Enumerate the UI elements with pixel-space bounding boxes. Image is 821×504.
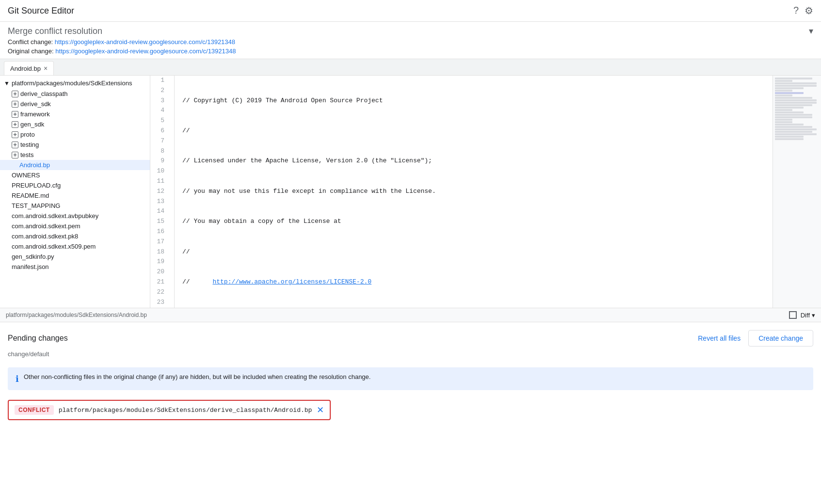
- diff-dropdown-icon: ▾: [812, 312, 815, 319]
- tree-file-manifest[interactable]: manifest.json: [0, 262, 150, 272]
- minimap-line: [775, 116, 812, 118]
- top-bar: Git Source Editor ? ⚙: [0, 0, 821, 22]
- file-tree: ▼ platform/packages/modules/SdkExtension…: [0, 76, 150, 308]
- create-change-button[interactable]: Create change: [748, 330, 813, 346]
- tree-file-label: Android.bp: [19, 161, 50, 169]
- help-icon[interactable]: ?: [793, 5, 799, 16]
- minimap-line: [775, 109, 792, 111]
- conflict-section: CONFLICT platform/packages/modules/SdkEx…: [0, 396, 821, 424]
- tree-file-label: PREUPLOAD.cfg: [12, 182, 61, 189]
- diff-checkbox[interactable]: [789, 311, 797, 319]
- tree-file-label: OWNERS: [12, 172, 40, 179]
- line-numbers: 12345 678910 1112131415 1617181920 21222…: [150, 76, 175, 308]
- minimap: [773, 76, 821, 308]
- tree-file-preupload[interactable]: PREUPLOAD.cfg: [0, 180, 150, 190]
- settings-icon[interactable]: ⚙: [805, 5, 813, 16]
- minimap-line: [775, 107, 804, 109]
- tree-file-label: com.android.sdkext.pem: [12, 222, 80, 230]
- merge-conflict-header: Merge conflict resolution ▾ Conflict cha…: [0, 22, 821, 59]
- code-line-5: // You may obtain a copy of the License …: [182, 217, 773, 227]
- minimap-line: [775, 99, 817, 101]
- license-link[interactable]: http://www.apache.org/licenses/LICENSE-2…: [212, 278, 371, 285]
- minimap-line: [775, 138, 804, 140]
- minimap-line: [775, 104, 812, 106]
- editor-area: ▼ platform/packages/modules/SdkExtension…: [0, 76, 821, 308]
- file-tab-name: Android.bp: [10, 65, 41, 72]
- code-line-8: //: [182, 307, 773, 308]
- minimap-line: [775, 92, 804, 94]
- pending-title: Pending changes: [8, 334, 68, 343]
- code-line-6: //: [182, 247, 773, 257]
- conflict-path: platform/packages/modules/SdkExtensions/…: [59, 407, 312, 414]
- minimap-line: [775, 80, 792, 82]
- tree-folder-tests[interactable]: + tests: [0, 150, 150, 160]
- tree-folder-label: derive_sdk: [20, 100, 51, 108]
- tree-folder-framework[interactable]: + framework: [0, 109, 150, 119]
- tree-file-android-bp[interactable]: Android.bp: [0, 160, 150, 170]
- tree-folder-derive-classpath[interactable]: + derive_classpath: [0, 89, 150, 99]
- file-tab-close-icon[interactable]: ×: [44, 64, 48, 72]
- minimap-line: [775, 78, 812, 79]
- tree-file-owners[interactable]: OWNERS: [0, 170, 150, 180]
- tree-folder-proto[interactable]: + proto: [0, 129, 150, 140]
- tree-file-label: manifest.json: [12, 263, 49, 270]
- minimap-line: [775, 128, 817, 130]
- info-box: ℹ Other non-conflicting files in the ori…: [8, 367, 813, 390]
- code-editor[interactable]: 12345 678910 1112131415 1617181920 21222…: [150, 76, 773, 308]
- tree-root-label: platform/packages/modules/SdkExtensions: [12, 79, 132, 87]
- tree-folder-label: framework: [20, 110, 50, 118]
- diff-dropdown[interactable]: Diff ▾: [801, 312, 815, 319]
- collapse-icon[interactable]: ▾: [809, 26, 813, 36]
- minimap-line: [775, 119, 792, 121]
- tree-folder-testing[interactable]: + testing: [0, 140, 150, 150]
- minimap-line: [775, 136, 804, 138]
- expand-icon-proto: +: [12, 131, 18, 138]
- expand-icon-derive-classpath: +: [12, 91, 18, 97]
- minimap-line: [775, 131, 812, 133]
- tree-file-gen-sdkinfo[interactable]: gen_sdkinfo.py: [0, 252, 150, 262]
- conflict-badge: CONFLICT: [15, 405, 54, 415]
- minimap-line: [775, 94, 792, 96]
- tree-file-test-mapping[interactable]: TEST_MAPPING: [0, 201, 150, 211]
- pending-header: Pending changes Revert all files Create …: [8, 330, 813, 346]
- top-bar-icons: ? ⚙: [793, 5, 813, 16]
- tree-folder-derive-sdk[interactable]: + derive_sdk: [0, 99, 150, 109]
- tree-file-readme[interactable]: README.md: [0, 190, 150, 201]
- path-bar: platform/packages/modules/SdkExtensions/…: [0, 308, 821, 322]
- conflict-change-row: Conflict change: https://googleplex-andr…: [8, 38, 813, 46]
- revert-all-button[interactable]: Revert all files: [698, 334, 741, 342]
- minimap-line: [775, 114, 812, 116]
- conflict-close-icon[interactable]: ✕: [317, 405, 324, 415]
- minimap-line: [775, 97, 812, 99]
- tree-file-avbpubkey[interactable]: com.android.sdkext.avbpubkey: [0, 211, 150, 221]
- expand-icon-gen-sdk: +: [12, 121, 18, 128]
- expand-icon-tests: +: [12, 152, 18, 158]
- merge-title-text: Merge conflict resolution: [8, 26, 102, 36]
- minimap-line: [775, 102, 817, 104]
- conflict-change-label: Conflict change:: [8, 38, 53, 46]
- original-change-label: Original change:: [8, 47, 54, 55]
- tree-collapse-icon: ▼: [4, 80, 10, 87]
- tree-folder-label: tests: [20, 151, 33, 158]
- change-default-label: change/default: [8, 350, 813, 358]
- info-text: Other non-conflicting files in the origi…: [24, 373, 370, 380]
- tree-folder-gen-sdk[interactable]: + gen_sdk: [0, 119, 150, 129]
- code-content: 12345 678910 1112131415 1617181920 21222…: [150, 76, 773, 308]
- info-icon: ℹ: [16, 374, 19, 384]
- pending-actions: Revert all files Create change: [698, 330, 813, 346]
- conflict-change-link[interactable]: https://googleplex-android-review.google…: [55, 38, 235, 46]
- tree-root[interactable]: ▼ platform/packages/modules/SdkExtension…: [0, 78, 150, 89]
- original-change-link[interactable]: https://googleplex-android-review.google…: [55, 47, 236, 55]
- code-line-3: // Licensed under the Apache License, Ve…: [182, 156, 773, 166]
- diff-control: Diff ▾: [789, 311, 815, 319]
- code-line-7: // http://www.apache.org/licenses/LICENS…: [182, 277, 773, 287]
- file-tab-android-bp[interactable]: Android.bp ×: [4, 61, 54, 75]
- tree-file-pk8[interactable]: com.android.sdkext.pk8: [0, 231, 150, 241]
- app-title: Git Source Editor: [8, 6, 74, 16]
- tree-file-x509pem[interactable]: com.android.sdkext.x509.pem: [0, 241, 150, 252]
- tree-file-label: com.android.sdkext.pk8: [12, 233, 78, 240]
- tree-file-pem[interactable]: com.android.sdkext.pem: [0, 221, 150, 231]
- tree-file-label: com.android.sdkext.avbpubkey: [12, 212, 98, 220]
- file-path: platform/packages/modules/SdkExtensions/…: [6, 312, 147, 318]
- tree-file-label: TEST_MAPPING: [12, 202, 60, 209]
